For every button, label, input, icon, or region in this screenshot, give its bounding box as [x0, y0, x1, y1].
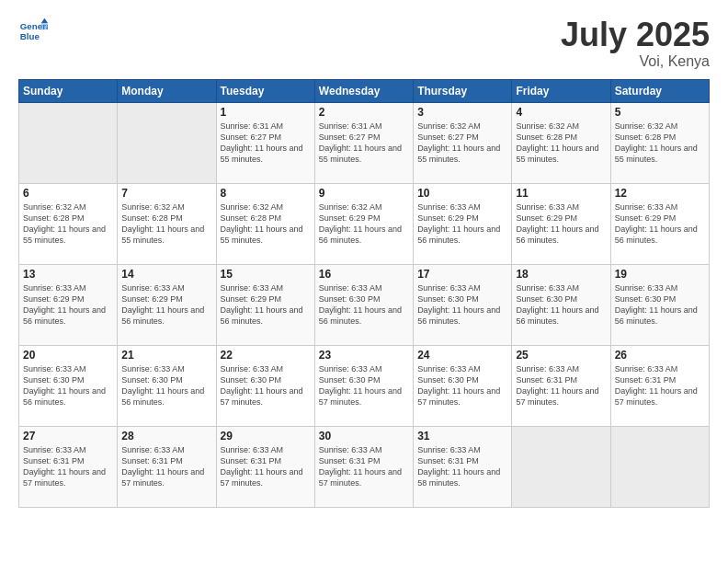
day-number: 23 — [319, 349, 409, 362]
header: General Blue July 2025 Voi, Kenya — [18, 17, 710, 70]
day-info: Sunrise: 6:33 AM Sunset: 6:31 PM Dayligh… — [516, 363, 606, 408]
calendar-cell: 31Sunrise: 6:33 AM Sunset: 6:31 PM Dayli… — [414, 426, 512, 507]
calendar-cell: 22Sunrise: 6:33 AM Sunset: 6:30 PM Dayli… — [216, 345, 314, 426]
calendar-cell: 25Sunrise: 6:33 AM Sunset: 6:31 PM Dayli… — [512, 345, 610, 426]
day-info: Sunrise: 6:32 AM Sunset: 6:28 PM Dayligh… — [615, 121, 705, 166]
day-info: Sunrise: 6:32 AM Sunset: 6:29 PM Dayligh… — [319, 201, 409, 247]
calendar-cell: 27Sunrise: 6:33 AM Sunset: 6:31 PM Dayli… — [19, 426, 118, 507]
day-info: Sunrise: 6:32 AM Sunset: 6:28 PM Dayligh… — [23, 201, 113, 247]
calendar-week-4: 20Sunrise: 6:33 AM Sunset: 6:30 PM Dayli… — [19, 345, 710, 426]
calendar-cell: 9Sunrise: 6:32 AM Sunset: 6:29 PM Daylig… — [314, 183, 413, 264]
calendar-page: General Blue July 2025 Voi, Kenya Sunday… — [0, 0, 728, 563]
calendar-cell: 30Sunrise: 6:33 AM Sunset: 6:31 PM Dayli… — [314, 426, 413, 507]
day-number: 5 — [615, 106, 705, 119]
calendar-cell: 8Sunrise: 6:32 AM Sunset: 6:28 PM Daylig… — [216, 183, 314, 264]
day-number: 9 — [319, 187, 409, 200]
location: Voi, Kenya — [561, 53, 710, 70]
day-number: 22 — [221, 349, 311, 362]
calendar-cell: 10Sunrise: 6:33 AM Sunset: 6:29 PM Dayli… — [414, 183, 512, 264]
calendar-cell: 12Sunrise: 6:33 AM Sunset: 6:29 PM Dayli… — [610, 183, 709, 264]
col-sunday: Sunday — [19, 79, 118, 102]
day-info: Sunrise: 6:33 AM Sunset: 6:30 PM Dayligh… — [615, 282, 705, 327]
day-number: 2 — [319, 106, 409, 119]
calendar-table: Sunday Monday Tuesday Wednesday Thursday… — [18, 79, 710, 508]
calendar-cell — [610, 426, 709, 507]
calendar-cell: 21Sunrise: 6:33 AM Sunset: 6:30 PM Dayli… — [118, 345, 216, 426]
day-info: Sunrise: 6:33 AM Sunset: 6:29 PM Dayligh… — [23, 282, 113, 327]
day-number: 3 — [417, 106, 507, 119]
day-number: 29 — [221, 430, 311, 442]
day-info: Sunrise: 6:33 AM Sunset: 6:31 PM Dayligh… — [615, 363, 705, 408]
calendar-week-1: 1Sunrise: 6:31 AM Sunset: 6:27 PM Daylig… — [19, 102, 710, 183]
day-number: 26 — [615, 349, 705, 362]
day-number: 16 — [319, 268, 409, 281]
calendar-cell: 13Sunrise: 6:33 AM Sunset: 6:29 PM Dayli… — [19, 264, 118, 345]
calendar-cell: 26Sunrise: 6:33 AM Sunset: 6:31 PM Dayli… — [610, 345, 709, 426]
calendar-cell: 1Sunrise: 6:31 AM Sunset: 6:27 PM Daylig… — [216, 102, 314, 183]
day-info: Sunrise: 6:32 AM Sunset: 6:28 PM Dayligh… — [221, 201, 311, 247]
day-number: 8 — [221, 187, 311, 200]
day-number: 14 — [121, 268, 211, 281]
day-info: Sunrise: 6:31 AM Sunset: 6:27 PM Dayligh… — [221, 121, 311, 166]
calendar-cell: 7Sunrise: 6:32 AM Sunset: 6:28 PM Daylig… — [118, 183, 216, 264]
calendar-cell: 20Sunrise: 6:33 AM Sunset: 6:30 PM Dayli… — [19, 345, 118, 426]
day-info: Sunrise: 6:31 AM Sunset: 6:27 PM Dayligh… — [319, 121, 409, 166]
calendar-cell: 18Sunrise: 6:33 AM Sunset: 6:30 PM Dayli… — [512, 264, 610, 345]
calendar-cell — [19, 102, 118, 183]
calendar-body: 1Sunrise: 6:31 AM Sunset: 6:27 PM Daylig… — [19, 102, 710, 507]
day-info: Sunrise: 6:33 AM Sunset: 6:30 PM Dayligh… — [23, 363, 113, 408]
day-info: Sunrise: 6:33 AM Sunset: 6:29 PM Dayligh… — [121, 282, 211, 327]
calendar-cell: 5Sunrise: 6:32 AM Sunset: 6:28 PM Daylig… — [610, 102, 709, 183]
calendar-cell: 16Sunrise: 6:33 AM Sunset: 6:30 PM Dayli… — [314, 264, 413, 345]
day-number: 6 — [23, 187, 113, 200]
day-number: 25 — [516, 349, 606, 362]
calendar-cell — [512, 426, 610, 507]
calendar-cell: 29Sunrise: 6:33 AM Sunset: 6:31 PM Dayli… — [216, 426, 314, 507]
day-info: Sunrise: 6:32 AM Sunset: 6:27 PM Dayligh… — [417, 121, 507, 166]
col-wednesday: Wednesday — [314, 79, 413, 102]
col-tuesday: Tuesday — [216, 79, 314, 102]
calendar-cell: 24Sunrise: 6:33 AM Sunset: 6:30 PM Dayli… — [414, 345, 512, 426]
calendar-cell: 17Sunrise: 6:33 AM Sunset: 6:30 PM Dayli… — [414, 264, 512, 345]
day-info: Sunrise: 6:33 AM Sunset: 6:29 PM Dayligh… — [615, 201, 705, 247]
day-number: 21 — [121, 349, 211, 362]
day-info: Sunrise: 6:32 AM Sunset: 6:28 PM Dayligh… — [516, 121, 606, 166]
calendar-cell: 19Sunrise: 6:33 AM Sunset: 6:30 PM Dayli… — [610, 264, 709, 345]
day-number: 24 — [417, 349, 507, 362]
logo-icon: General Blue — [18, 17, 48, 46]
month-title: July 2025 — [561, 17, 710, 53]
calendar-cell: 28Sunrise: 6:33 AM Sunset: 6:31 PM Dayli… — [118, 426, 216, 507]
calendar-cell: 23Sunrise: 6:33 AM Sunset: 6:30 PM Dayli… — [314, 345, 413, 426]
col-saturday: Saturday — [610, 79, 709, 102]
day-number: 13 — [23, 268, 113, 281]
day-info: Sunrise: 6:33 AM Sunset: 6:29 PM Dayligh… — [417, 201, 507, 247]
col-thursday: Thursday — [414, 79, 512, 102]
day-number: 27 — [23, 430, 113, 442]
col-friday: Friday — [512, 79, 610, 102]
calendar-cell: 3Sunrise: 6:32 AM Sunset: 6:27 PM Daylig… — [414, 102, 512, 183]
col-monday: Monday — [118, 79, 216, 102]
calendar-cell — [118, 102, 216, 183]
day-number: 20 — [23, 349, 113, 362]
title-area: July 2025 Voi, Kenya — [561, 17, 710, 70]
logo: General Blue — [18, 17, 48, 46]
day-info: Sunrise: 6:33 AM Sunset: 6:30 PM Dayligh… — [221, 363, 311, 408]
day-number: 15 — [221, 268, 311, 281]
day-info: Sunrise: 6:33 AM Sunset: 6:31 PM Dayligh… — [417, 444, 507, 489]
day-number: 28 — [121, 430, 211, 442]
day-number: 11 — [516, 187, 606, 200]
calendar-week-2: 6Sunrise: 6:32 AM Sunset: 6:28 PM Daylig… — [19, 183, 710, 264]
day-info: Sunrise: 6:33 AM Sunset: 6:31 PM Dayligh… — [23, 444, 113, 489]
day-info: Sunrise: 6:33 AM Sunset: 6:31 PM Dayligh… — [221, 444, 311, 489]
day-info: Sunrise: 6:33 AM Sunset: 6:30 PM Dayligh… — [417, 282, 507, 327]
calendar-cell: 15Sunrise: 6:33 AM Sunset: 6:29 PM Dayli… — [216, 264, 314, 345]
day-number: 12 — [615, 187, 705, 200]
day-info: Sunrise: 6:33 AM Sunset: 6:29 PM Dayligh… — [516, 201, 606, 247]
day-number: 10 — [417, 187, 507, 200]
calendar-cell: 6Sunrise: 6:32 AM Sunset: 6:28 PM Daylig… — [19, 183, 118, 264]
day-number: 1 — [221, 106, 311, 119]
calendar-cell: 14Sunrise: 6:33 AM Sunset: 6:29 PM Dayli… — [118, 264, 216, 345]
day-info: Sunrise: 6:33 AM Sunset: 6:30 PM Dayligh… — [121, 363, 211, 408]
day-info: Sunrise: 6:33 AM Sunset: 6:31 PM Dayligh… — [121, 444, 211, 489]
calendar-cell: 11Sunrise: 6:33 AM Sunset: 6:29 PM Dayli… — [512, 183, 610, 264]
